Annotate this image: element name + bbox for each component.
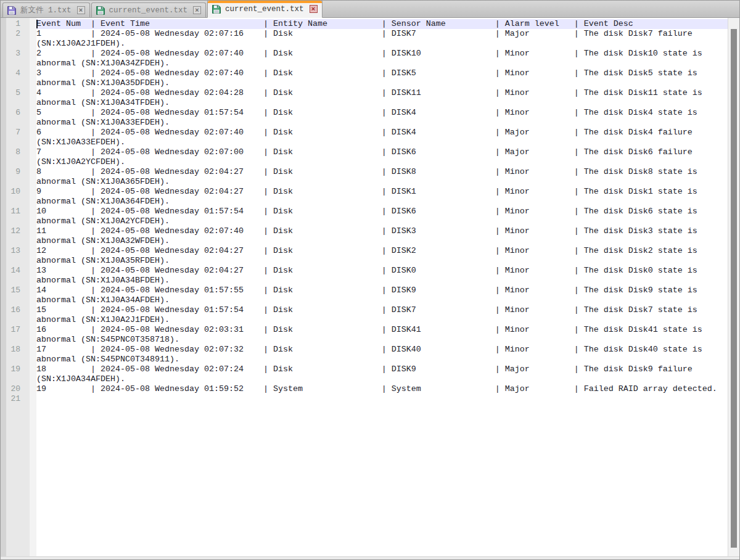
line-number — [1, 78, 20, 88]
line-text[interactable]: 15 | 2024-05-08 Wednesday 01:57:54 | Dis… — [36, 305, 728, 315]
line-text[interactable]: 8 | 2024-05-08 Wednesday 02:04:27 | Disk… — [36, 167, 728, 177]
line-number — [1, 98, 20, 108]
line-text[interactable]: (SN:X1J0A34AFDEH). — [36, 374, 728, 384]
line-text[interactable]: 3 | 2024-05-08 Wednesday 02:07:40 | Disk… — [36, 68, 728, 78]
close-icon[interactable]: × — [310, 5, 318, 13]
line-text[interactable]: 11 | 2024-05-08 Wednesday 02:07:40 | Dis… — [36, 226, 728, 236]
line-text[interactable]: 19 | 2024-05-08 Wednesday 01:59:52 | Sys… — [36, 384, 728, 394]
line-text[interactable]: (SN:X1J0A2YCFDEH). — [36, 157, 728, 167]
line-number: 14 — [1, 266, 20, 276]
line-number — [1, 355, 20, 364]
editor-line: 98 | 2024-05-08 Wednesday 02:04:27 | Dis… — [1, 167, 728, 177]
editor-line: 1817 | 2024-05-08 Wednesday 02:07:32 | D… — [1, 345, 728, 355]
line-text[interactable]: abnormal (SN:X1J0A35DFDEH). — [36, 78, 728, 88]
vertical-scrollbar[interactable] — [728, 18, 739, 556]
editor-line: abnormal (SN:X1J0A34BFDEH). — [1, 276, 728, 286]
line-text[interactable]: 17 | 2024-05-08 Wednesday 02:07:32 | Dis… — [36, 345, 728, 355]
line-number — [1, 197, 20, 207]
line-text[interactable]: 18 | 2024-05-08 Wednesday 02:07:24 | Dis… — [36, 364, 728, 374]
horizontal-scrollbar[interactable] — [1, 556, 739, 559]
line-text[interactable]: abnormal (SN:X1J0A35RFDEH). — [36, 256, 728, 266]
line-text[interactable]: Event Num | Event Time | Entity Name | S… — [36, 19, 728, 29]
line-number: 8 — [1, 147, 20, 157]
text-editor[interactable]: 1Event Num | Event Time | Entity Name | … — [1, 18, 739, 556]
floppy-disk-icon — [96, 6, 105, 15]
tab-2[interactable]: current_event.txt× — [91, 2, 207, 17]
tab-3-active[interactable]: current_event.txt× — [207, 0, 323, 18]
line-text[interactable]: 4 | 2024-05-08 Wednesday 02:04:28 | Disk… — [36, 88, 728, 98]
line-text[interactable]: (SN:X1J0A2J1FDEH). — [36, 39, 728, 49]
line-text[interactable]: abnormal (SN:X1J0A34BFDEH). — [36, 276, 728, 286]
editor-line: 1615 | 2024-05-08 Wednesday 01:57:54 | D… — [1, 305, 728, 315]
editor-line: 32 | 2024-05-08 Wednesday 02:07:40 | Dis… — [1, 49, 728, 59]
editor-line: abnormal (SN:X1J0A32WFDEH). — [1, 236, 728, 246]
tab-bar: 新文件 1.txt×current_event.txt×current_even… — [1, 1, 739, 18]
editor-line: abnormal (SN:X1J0A35DFDEH). — [1, 78, 728, 88]
line-text[interactable]: 1 | 2024-05-08 Wednesday 02:07:16 | Disk… — [36, 29, 728, 39]
line-number — [1, 236, 20, 246]
line-text[interactable]: 16 | 2024-05-08 Wednesday 02:03:31 | Dis… — [36, 325, 728, 335]
line-number: 9 — [1, 167, 20, 177]
line-text[interactable]: abnormal (SN:X1J0A32WFDEH). — [36, 236, 728, 246]
notepad-window: 新文件 1.txt×current_event.txt×current_even… — [0, 0, 740, 560]
line-text[interactable]: 9 | 2024-05-08 Wednesday 02:04:27 | Disk… — [36, 187, 728, 197]
line-number — [1, 39, 20, 49]
line-number — [1, 315, 20, 325]
line-text[interactable]: (SN:X1J0A33EFDEH). — [36, 138, 728, 147]
line-number: 2 — [1, 29, 20, 39]
line-number — [1, 216, 20, 226]
line-text[interactable]: abnormal (SN:X1J0A2J1FDEH). — [36, 315, 728, 325]
line-text[interactable]: abnormal (SN:X1J0A2YCFDEH). — [36, 216, 728, 226]
line-text[interactable]: abnormal (SN:X1J0A34TFDEH). — [36, 98, 728, 108]
line-text[interactable]: 14 | 2024-05-08 Wednesday 01:57:55 | Dis… — [36, 286, 728, 295]
editor-line: abnormal (SN:X1J0A33EFDEH). — [1, 118, 728, 128]
line-text[interactable]: 10 | 2024-05-08 Wednesday 01:57:54 | Dis… — [36, 207, 728, 216]
line-number: 15 — [1, 286, 20, 295]
line-text[interactable]: abnormal (SN:X1J0A34AFDEH). — [36, 295, 728, 305]
line-text[interactable]: 12 | 2024-05-08 Wednesday 02:04:27 | Dis… — [36, 246, 728, 256]
editor-line: (SN:X1J0A34AFDEH). — [1, 374, 728, 384]
editor-line: 2019 | 2024-05-08 Wednesday 01:59:52 | S… — [1, 384, 728, 394]
line-text[interactable]: 13 | 2024-05-08 Wednesday 02:04:27 | Dis… — [36, 266, 728, 276]
line-text[interactable]: abnormal (SN:S45PNC0T358718). — [36, 335, 728, 345]
editor-rows: 1Event Num | Event Time | Entity Name | … — [1, 19, 728, 404]
line-text[interactable]: abnormal (SN:X1J0A33EFDEH). — [36, 118, 728, 128]
scrollbar-thumb[interactable] — [731, 29, 737, 548]
line-number: 4 — [1, 68, 20, 78]
editor-line: 43 | 2024-05-08 Wednesday 02:07:40 | Dis… — [1, 68, 728, 78]
editor-line: 109 | 2024-05-08 Wednesday 02:04:27 | Di… — [1, 187, 728, 197]
line-text[interactable]: 2 | 2024-05-08 Wednesday 02:07:40 | Disk… — [36, 49, 728, 59]
line-text[interactable]: 5 | 2024-05-08 Wednesday 01:57:54 | Disk… — [36, 108, 728, 118]
editor-line: abnormal (SN:X1J0A2YCFDEH). — [1, 216, 728, 226]
line-text[interactable]: 6 | 2024-05-08 Wednesday 02:07:40 | Disk… — [36, 128, 728, 138]
line-number: 6 — [1, 108, 20, 118]
editor-line: 1110 | 2024-05-08 Wednesday 01:57:54 | D… — [1, 207, 728, 216]
editor-line: abnormal (SN:X1J0A35RFDEH). — [1, 256, 728, 266]
line-number: 10 — [1, 187, 20, 197]
line-text[interactable]: abnormal (SN:X1J0A364FDEH). — [36, 197, 728, 207]
editor-line: 1918 | 2024-05-08 Wednesday 02:07:24 | D… — [1, 364, 728, 374]
editor-line: abnormal (SN:X1J0A365FDEH). — [1, 177, 728, 187]
tab-1[interactable]: 新文件 1.txt× — [2, 2, 90, 17]
editor-line: 54 | 2024-05-08 Wednesday 02:04:28 | Dis… — [1, 88, 728, 98]
close-icon[interactable]: × — [77, 6, 85, 14]
line-text[interactable]: 7 | 2024-05-08 Wednesday 02:07:00 | Disk… — [36, 147, 728, 157]
editor-line: 65 | 2024-05-08 Wednesday 01:57:54 | Dis… — [1, 108, 728, 118]
tab-title: current_event.txt — [225, 5, 304, 14]
line-number — [1, 335, 20, 345]
line-text[interactable]: abnormal (SN:X1J0A365FDEH). — [36, 177, 728, 187]
editor-line: abnormal (SN:X1J0A34AFDEH). — [1, 295, 728, 305]
editor-line: 21 — [1, 394, 728, 404]
editor-line: 1312 | 2024-05-08 Wednesday 02:04:27 | D… — [1, 246, 728, 256]
editor-line: abnormal (SN:X1J0A364FDEH). — [1, 197, 728, 207]
line-number: 20 — [1, 384, 20, 394]
line-text[interactable] — [36, 394, 728, 404]
line-text[interactable]: abnormal (SN:S45PNC0T348911). — [36, 355, 728, 364]
line-number — [1, 138, 20, 147]
close-icon[interactable]: × — [193, 6, 201, 14]
floppy-disk-icon — [212, 4, 221, 14]
editor-line: abnormal (SN:X1J0A34TFDEH). — [1, 98, 728, 108]
line-number: 7 — [1, 128, 20, 138]
line-number — [1, 177, 20, 187]
line-text[interactable]: abnormal (SN:X1J0A34ZFDEH). — [36, 59, 728, 68]
